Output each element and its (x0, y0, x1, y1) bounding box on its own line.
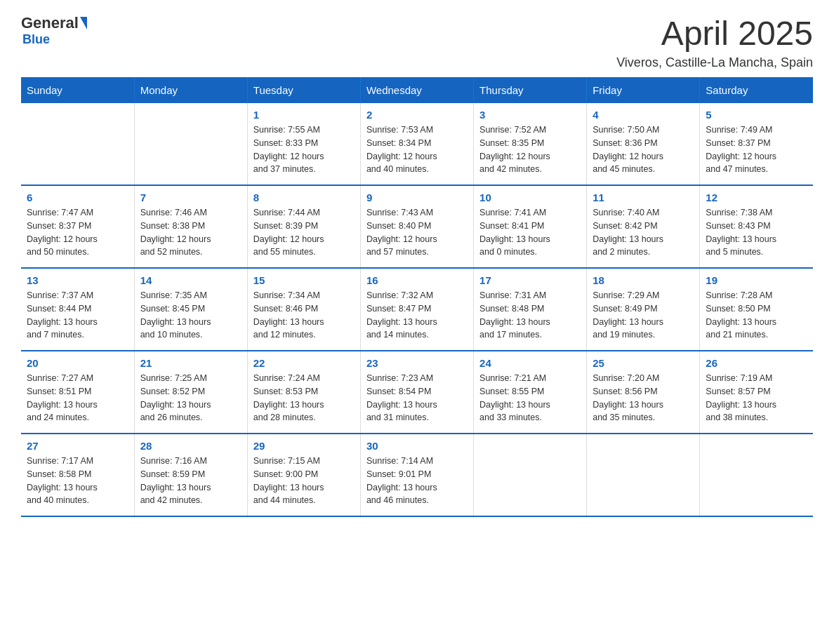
day-cell (134, 103, 247, 185)
week-row-2: 6Sunrise: 7:47 AM Sunset: 8:37 PM Daylig… (21, 185, 813, 268)
week-row-1: 1Sunrise: 7:55 AM Sunset: 8:33 PM Daylig… (21, 103, 813, 185)
day-info: Sunrise: 7:32 AM Sunset: 8:47 PM Dayligh… (366, 289, 468, 342)
day-info: Sunrise: 7:44 AM Sunset: 8:39 PM Dayligh… (253, 206, 355, 259)
day-info: Sunrise: 7:27 AM Sunset: 8:51 PM Dayligh… (27, 372, 128, 424)
day-cell: 1Sunrise: 7:55 AM Sunset: 8:33 PM Daylig… (247, 103, 360, 185)
week-row-5: 27Sunrise: 7:17 AM Sunset: 8:58 PM Dayli… (21, 434, 813, 516)
day-info: Sunrise: 7:21 AM Sunset: 8:55 PM Dayligh… (479, 372, 581, 424)
day-cell (587, 434, 700, 516)
month-year-title: April 2025 (616, 14, 813, 53)
logo: General Blue (21, 14, 88, 47)
day-number: 28 (140, 440, 241, 452)
day-cell: 29Sunrise: 7:15 AM Sunset: 9:00 PM Dayli… (247, 434, 360, 516)
day-number: 7 (140, 192, 241, 203)
logo-general-text: General (21, 14, 79, 32)
day-info: Sunrise: 7:23 AM Sunset: 8:54 PM Dayligh… (366, 372, 468, 424)
day-info: Sunrise: 7:20 AM Sunset: 8:56 PM Dayligh… (593, 372, 694, 424)
header-cell-saturday: Saturday (700, 77, 813, 103)
day-cell: 12Sunrise: 7:38 AM Sunset: 8:43 PM Dayli… (700, 185, 813, 268)
day-cell: 7Sunrise: 7:46 AM Sunset: 8:38 PM Daylig… (134, 185, 247, 268)
day-cell: 21Sunrise: 7:25 AM Sunset: 8:52 PM Dayli… (134, 351, 247, 434)
day-cell: 30Sunrise: 7:14 AM Sunset: 9:01 PM Dayli… (360, 434, 473, 516)
day-cell: 2Sunrise: 7:53 AM Sunset: 8:34 PM Daylig… (360, 103, 473, 185)
day-info: Sunrise: 7:15 AM Sunset: 9:00 PM Dayligh… (253, 455, 355, 507)
day-number: 6 (27, 192, 128, 203)
day-number: 19 (706, 274, 807, 286)
day-number: 2 (366, 109, 468, 121)
day-cell: 13Sunrise: 7:37 AM Sunset: 8:44 PM Dayli… (21, 268, 134, 351)
day-cell (474, 434, 587, 516)
day-number: 14 (140, 274, 241, 286)
logo-sub-text: Blue (22, 32, 50, 47)
day-cell: 26Sunrise: 7:19 AM Sunset: 8:57 PM Dayli… (700, 351, 813, 434)
day-number: 25 (593, 357, 694, 369)
day-number: 26 (706, 357, 807, 369)
day-info: Sunrise: 7:19 AM Sunset: 8:57 PM Dayligh… (706, 372, 807, 424)
day-info: Sunrise: 7:53 AM Sunset: 8:34 PM Dayligh… (366, 123, 468, 176)
day-number: 21 (140, 357, 241, 369)
day-info: Sunrise: 7:46 AM Sunset: 8:38 PM Dayligh… (140, 206, 241, 259)
header-cell-tuesday: Tuesday (247, 77, 360, 103)
day-number: 11 (593, 192, 694, 203)
day-number: 3 (479, 109, 581, 121)
day-cell: 3Sunrise: 7:52 AM Sunset: 8:35 PM Daylig… (474, 103, 587, 185)
day-cell: 28Sunrise: 7:16 AM Sunset: 8:59 PM Dayli… (134, 434, 247, 516)
day-cell: 14Sunrise: 7:35 AM Sunset: 8:45 PM Dayli… (134, 268, 247, 351)
header-row: SundayMondayTuesdayWednesdayThursdayFrid… (21, 77, 813, 103)
page-header: General Blue April 2025 Viveros, Castill… (21, 14, 813, 70)
day-cell: 17Sunrise: 7:31 AM Sunset: 8:48 PM Dayli… (474, 268, 587, 351)
day-cell (21, 103, 134, 185)
day-cell: 15Sunrise: 7:34 AM Sunset: 8:46 PM Dayli… (247, 268, 360, 351)
day-info: Sunrise: 7:43 AM Sunset: 8:40 PM Dayligh… (366, 206, 468, 259)
header-cell-sunday: Sunday (21, 77, 134, 103)
day-number: 8 (253, 192, 355, 203)
day-number: 16 (366, 274, 468, 286)
day-cell: 20Sunrise: 7:27 AM Sunset: 8:51 PM Dayli… (21, 351, 134, 434)
day-info: Sunrise: 7:37 AM Sunset: 8:44 PM Dayligh… (27, 289, 128, 342)
day-number: 23 (366, 357, 468, 369)
day-info: Sunrise: 7:52 AM Sunset: 8:35 PM Dayligh… (479, 123, 581, 176)
logo-triangle-icon (80, 17, 87, 29)
day-cell: 9Sunrise: 7:43 AM Sunset: 8:40 PM Daylig… (360, 185, 473, 268)
day-cell: 4Sunrise: 7:50 AM Sunset: 8:36 PM Daylig… (587, 103, 700, 185)
day-info: Sunrise: 7:49 AM Sunset: 8:37 PM Dayligh… (706, 123, 807, 176)
day-number: 12 (706, 192, 807, 203)
header-cell-wednesday: Wednesday (360, 77, 473, 103)
day-number: 13 (27, 274, 128, 286)
day-info: Sunrise: 7:24 AM Sunset: 8:53 PM Dayligh… (253, 372, 355, 424)
day-number: 27 (27, 440, 128, 452)
day-cell: 11Sunrise: 7:40 AM Sunset: 8:42 PM Dayli… (587, 185, 700, 268)
header-cell-friday: Friday (587, 77, 700, 103)
day-info: Sunrise: 7:55 AM Sunset: 8:33 PM Dayligh… (253, 123, 355, 176)
day-number: 5 (706, 109, 807, 121)
day-cell: 6Sunrise: 7:47 AM Sunset: 8:37 PM Daylig… (21, 185, 134, 268)
day-cell: 19Sunrise: 7:28 AM Sunset: 8:50 PM Dayli… (700, 268, 813, 351)
header-cell-thursday: Thursday (474, 77, 587, 103)
day-info: Sunrise: 7:29 AM Sunset: 8:49 PM Dayligh… (593, 289, 694, 342)
day-cell: 8Sunrise: 7:44 AM Sunset: 8:39 PM Daylig… (247, 185, 360, 268)
day-info: Sunrise: 7:28 AM Sunset: 8:50 PM Dayligh… (706, 289, 807, 342)
day-number: 29 (253, 440, 355, 452)
day-cell: 10Sunrise: 7:41 AM Sunset: 8:41 PM Dayli… (474, 185, 587, 268)
day-info: Sunrise: 7:38 AM Sunset: 8:43 PM Dayligh… (706, 206, 807, 259)
day-info: Sunrise: 7:50 AM Sunset: 8:36 PM Dayligh… (593, 123, 694, 176)
day-cell: 18Sunrise: 7:29 AM Sunset: 8:49 PM Dayli… (587, 268, 700, 351)
day-cell (700, 434, 813, 516)
day-cell: 5Sunrise: 7:49 AM Sunset: 8:37 PM Daylig… (700, 103, 813, 185)
location-subtitle: Viveros, Castille-La Mancha, Spain (616, 55, 813, 70)
day-info: Sunrise: 7:40 AM Sunset: 8:42 PM Dayligh… (593, 206, 694, 259)
title-block: April 2025 Viveros, Castille-La Mancha, … (616, 14, 813, 70)
day-number: 1 (253, 109, 355, 121)
day-info: Sunrise: 7:31 AM Sunset: 8:48 PM Dayligh… (479, 289, 581, 342)
day-cell: 25Sunrise: 7:20 AM Sunset: 8:56 PM Dayli… (587, 351, 700, 434)
day-number: 22 (253, 357, 355, 369)
calendar-table: SundayMondayTuesdayWednesdayThursdayFrid… (21, 77, 813, 517)
day-info: Sunrise: 7:35 AM Sunset: 8:45 PM Dayligh… (140, 289, 241, 342)
day-cell: 22Sunrise: 7:24 AM Sunset: 8:53 PM Dayli… (247, 351, 360, 434)
day-number: 9 (366, 192, 468, 203)
day-info: Sunrise: 7:17 AM Sunset: 8:58 PM Dayligh… (27, 455, 128, 507)
day-number: 30 (366, 440, 468, 452)
header-cell-monday: Monday (134, 77, 247, 103)
week-row-3: 13Sunrise: 7:37 AM Sunset: 8:44 PM Dayli… (21, 268, 813, 351)
day-number: 20 (27, 357, 128, 369)
